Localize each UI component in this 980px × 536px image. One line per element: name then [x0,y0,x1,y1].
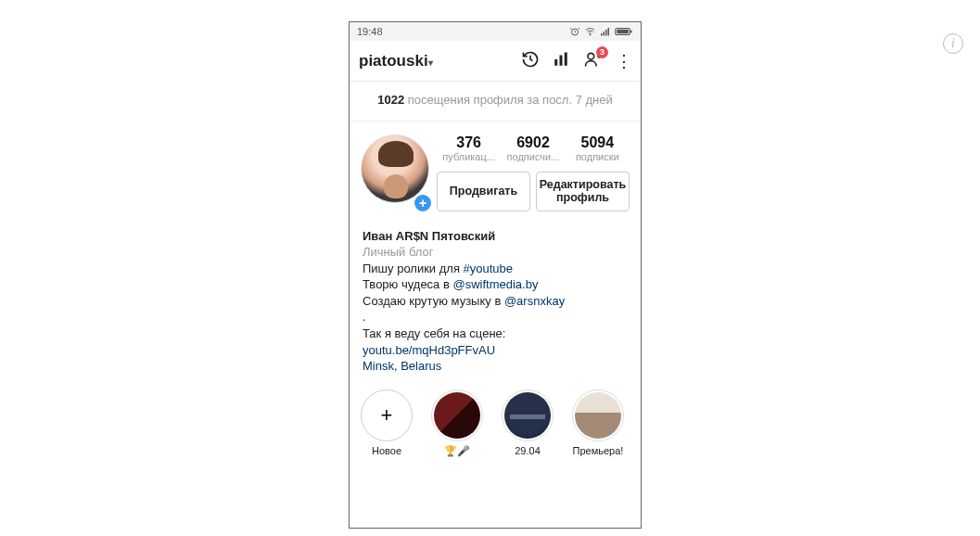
highlight-3-label: Премьера! [568,445,628,456]
profile-header: piatouski ▾ 3 ⋮ [350,41,641,82]
posts-label: публикац... [437,151,501,162]
svg-rect-5 [608,28,610,36]
status-bar: 19:48 [350,22,641,41]
followers-stat[interactable]: 6902 подписчи... [501,134,565,162]
bio-link[interactable]: youtu.be/mqHd3pFFvAU [363,342,628,359]
followers-label: подписчи... [501,151,565,162]
highlight-3-cover [572,389,624,441]
category-label: Личный блог [363,244,628,261]
chevron-down-icon: ▾ [428,57,433,68]
wifi-icon [584,26,596,37]
page-info-icon[interactable]: i [943,33,963,54]
add-story-icon[interactable]: + [413,193,433,213]
mention-arsnxkay[interactable]: @arsnxkay [504,294,565,308]
username-dropdown[interactable]: piatouski ▾ [359,52,433,70]
bio-location[interactable]: Minsk, Belarus [363,358,628,375]
avatar-container[interactable]: + [361,134,431,211]
highlight-2-label: 29.04 [498,445,557,456]
svg-rect-3 [604,32,605,36]
bio-line-3: Создаю крутую музыку в @arsnxkay [363,293,628,310]
stats-row: 376 публикац... 6902 подписчи... 5094 по… [437,134,630,162]
bio-line-1: Пишу ролики для #youtube [363,261,628,277]
username-text: piatouski [359,52,428,70]
visits-label-2: 7 дней [576,93,613,107]
bio-dot: . [363,309,628,325]
svg-rect-4 [605,30,607,36]
svg-rect-11 [565,52,567,65]
highlights-row: + Новое 🏆🎤 29.04 Премьера! [350,384,641,457]
promote-button[interactable]: Продвигать [437,172,530,211]
highlight-new-label: Новое [357,445,416,456]
highlight-3[interactable]: Премьера! [568,389,628,457]
discover-people-icon[interactable]: 3 [582,50,603,72]
posts-stat[interactable]: 376 публикац... [437,134,501,162]
followers-count: 6902 [501,134,565,151]
svg-rect-10 [560,55,563,65]
battery-icon [615,26,633,37]
edit-profile-button[interactable]: Редактировать профиль [536,172,630,211]
signal-icon [600,26,611,37]
profile-visits-banner[interactable]: 1022 посещения профиля за посл. 7 дней [350,82,641,121]
bio-line-2: Творю чудеса в @swiftmedia.by [363,276,628,293]
plus-icon: + [361,389,413,441]
svg-rect-8 [630,31,631,33]
highlight-2-cover [502,389,554,441]
archive-icon[interactable] [521,50,540,72]
highlight-1-label: 🏆🎤 [427,445,487,457]
alarm-icon [569,26,580,37]
insights-icon[interactable] [553,50,569,72]
posts-count: 376 [437,134,501,151]
status-time: 19:48 [357,26,383,37]
display-name: Иван AR$N Пятовский [363,228,628,245]
highlight-1-cover [431,389,483,441]
following-label: подписки [566,151,630,162]
menu-icon[interactable]: ⋮ [616,53,631,70]
svg-rect-9 [554,59,557,66]
following-stat[interactable]: 5094 подписки [566,134,630,162]
profile-summary: + 376 публикац... 6902 подписчи... 5094 … [350,121,641,213]
mention-swiftmedia[interactable]: @swiftmedia.by [452,277,538,291]
bio-section: Иван AR$N Пятовский Личный блог Пишу рол… [350,213,641,384]
hashtag-youtube[interactable]: #youtube [464,262,514,275]
svg-rect-7 [617,30,629,33]
notification-badge: 3 [596,46,608,58]
phone-frame: 19:48 piatouski ▾ [349,21,642,529]
visits-label-1: посещения профиля за посл. [404,93,576,107]
following-count: 5094 [566,134,630,151]
highlight-2[interactable]: 29.04 [498,389,557,457]
svg-rect-2 [601,33,603,36]
svg-point-12 [588,53,594,59]
bio-line-4: Так я веду себя на сцене: [363,325,628,342]
highlight-new[interactable]: + Новое [357,389,416,457]
highlight-1[interactable]: 🏆🎤 [427,389,487,457]
svg-point-1 [590,34,591,35]
visits-count: 1022 [377,93,404,107]
